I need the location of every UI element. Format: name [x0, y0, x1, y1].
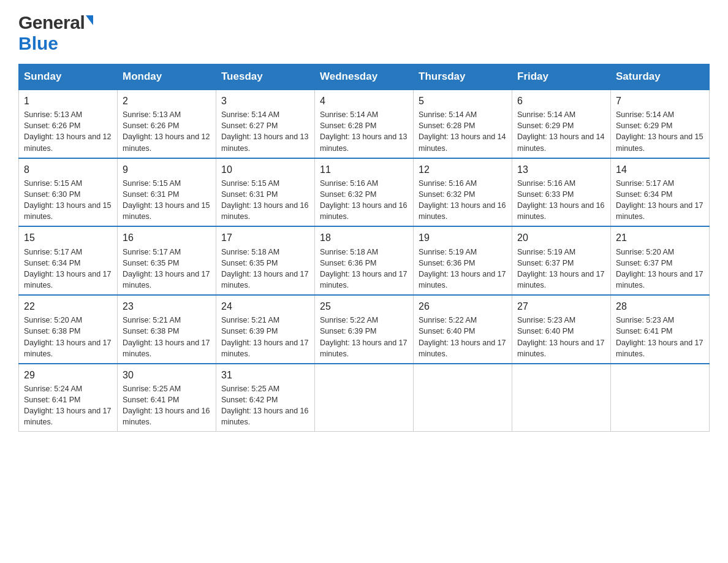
calendar-day: 21Sunrise: 5:20 AMSunset: 6:37 PMDayligh…: [611, 226, 710, 295]
calendar-day: 14Sunrise: 5:17 AMSunset: 6:34 PMDayligh…: [611, 158, 710, 227]
logo-blue-text: Blue: [18, 33, 58, 54]
calendar-day: 27Sunrise: 5:23 AMSunset: 6:40 PMDayligh…: [512, 295, 611, 364]
day-info: Sunrise: 5:13 AMSunset: 6:26 PMDaylight:…: [24, 110, 111, 152]
calendar-week-2: 8Sunrise: 5:15 AMSunset: 6:30 PMDaylight…: [19, 158, 710, 227]
calendar-day: 11Sunrise: 5:16 AMSunset: 6:32 PMDayligh…: [315, 158, 414, 227]
calendar-day: 31Sunrise: 5:25 AMSunset: 6:42 PMDayligh…: [216, 364, 315, 432]
day-info: Sunrise: 5:24 AMSunset: 6:41 PMDaylight:…: [24, 385, 111, 426]
calendar-day: 6Sunrise: 5:14 AMSunset: 6:29 PMDaylight…: [512, 90, 611, 158]
calendar-week-3: 15Sunrise: 5:17 AMSunset: 6:34 PMDayligh…: [19, 226, 710, 295]
day-info: Sunrise: 5:13 AMSunset: 6:26 PMDaylight:…: [123, 110, 210, 152]
day-number: 18: [320, 231, 408, 245]
day-info: Sunrise: 5:15 AMSunset: 6:31 PMDaylight:…: [221, 179, 308, 221]
day-info: Sunrise: 5:17 AMSunset: 6:34 PMDaylight:…: [24, 248, 111, 289]
calendar-week-5: 29Sunrise: 5:24 AMSunset: 6:41 PMDayligh…: [19, 364, 710, 432]
calendar-day: 16Sunrise: 5:17 AMSunset: 6:35 PMDayligh…: [118, 226, 216, 295]
day-number: 27: [517, 299, 605, 313]
day-number: 19: [419, 231, 507, 245]
day-info: Sunrise: 5:18 AMSunset: 6:36 PMDaylight:…: [320, 248, 407, 289]
calendar-day: 28Sunrise: 5:23 AMSunset: 6:41 PMDayligh…: [611, 295, 710, 364]
day-number: 3: [221, 94, 309, 108]
day-info: Sunrise: 5:14 AMSunset: 6:28 PMDaylight:…: [419, 110, 506, 152]
day-number: 31: [221, 368, 309, 382]
day-number: 17: [221, 231, 309, 245]
calendar-header-tuesday: Tuesday: [216, 64, 315, 90]
calendar-header-thursday: Thursday: [414, 64, 512, 90]
day-info: Sunrise: 5:22 AMSunset: 6:39 PMDaylight:…: [320, 316, 407, 358]
calendar-day: 24Sunrise: 5:21 AMSunset: 6:39 PMDayligh…: [216, 295, 315, 364]
day-number: 14: [616, 163, 704, 177]
day-number: 1: [24, 94, 112, 108]
day-info: Sunrise: 5:22 AMSunset: 6:40 PMDaylight:…: [419, 316, 506, 358]
calendar-day: 17Sunrise: 5:18 AMSunset: 6:35 PMDayligh…: [216, 226, 315, 295]
day-number: 25: [320, 299, 408, 313]
calendar-header-wednesday: Wednesday: [315, 64, 414, 90]
day-info: Sunrise: 5:25 AMSunset: 6:41 PMDaylight:…: [123, 385, 210, 426]
day-number: 16: [123, 231, 211, 245]
logo-general-text: General: [18, 12, 85, 33]
day-number: 15: [24, 231, 112, 245]
calendar-day: 2Sunrise: 5:13 AMSunset: 6:26 PMDaylight…: [118, 90, 216, 158]
day-number: 6: [517, 94, 605, 108]
calendar-day: 19Sunrise: 5:19 AMSunset: 6:36 PMDayligh…: [414, 226, 512, 295]
day-number: 10: [221, 163, 309, 177]
day-info: Sunrise: 5:25 AMSunset: 6:42 PMDaylight:…: [221, 385, 308, 426]
day-number: 4: [320, 94, 408, 108]
calendar-table: SundayMondayTuesdayWednesdayThursdayFrid…: [18, 64, 710, 432]
calendar-day: 18Sunrise: 5:18 AMSunset: 6:36 PMDayligh…: [315, 226, 414, 295]
day-number: 11: [320, 163, 408, 177]
day-number: 20: [517, 231, 605, 245]
calendar-week-4: 22Sunrise: 5:20 AMSunset: 6:38 PMDayligh…: [19, 295, 710, 364]
day-info: Sunrise: 5:15 AMSunset: 6:31 PMDaylight:…: [123, 179, 210, 221]
day-info: Sunrise: 5:20 AMSunset: 6:37 PMDaylight:…: [616, 248, 703, 289]
day-info: Sunrise: 5:15 AMSunset: 6:30 PMDaylight:…: [24, 179, 111, 221]
logo-arrow-icon: [86, 15, 93, 25]
calendar-day: 26Sunrise: 5:22 AMSunset: 6:40 PMDayligh…: [414, 295, 512, 364]
calendar-day: [512, 364, 611, 432]
day-info: Sunrise: 5:21 AMSunset: 6:39 PMDaylight:…: [221, 316, 308, 358]
day-info: Sunrise: 5:16 AMSunset: 6:33 PMDaylight:…: [517, 179, 604, 221]
day-info: Sunrise: 5:21 AMSunset: 6:38 PMDaylight:…: [123, 316, 210, 358]
day-info: Sunrise: 5:20 AMSunset: 6:38 PMDaylight:…: [24, 316, 111, 358]
calendar-week-1: 1Sunrise: 5:13 AMSunset: 6:26 PMDaylight…: [19, 90, 710, 158]
calendar-day: 25Sunrise: 5:22 AMSunset: 6:39 PMDayligh…: [315, 295, 414, 364]
day-number: 9: [123, 163, 211, 177]
day-info: Sunrise: 5:23 AMSunset: 6:40 PMDaylight:…: [517, 316, 604, 358]
day-number: 29: [24, 368, 112, 382]
calendar-day: 23Sunrise: 5:21 AMSunset: 6:38 PMDayligh…: [118, 295, 216, 364]
calendar-day: 13Sunrise: 5:16 AMSunset: 6:33 PMDayligh…: [512, 158, 611, 227]
calendar-day: 20Sunrise: 5:19 AMSunset: 6:37 PMDayligh…: [512, 226, 611, 295]
calendar-day: [611, 364, 710, 432]
calendar-day: 29Sunrise: 5:24 AMSunset: 6:41 PMDayligh…: [19, 364, 118, 432]
calendar-header-monday: Monday: [118, 64, 216, 90]
calendar-day: 1Sunrise: 5:13 AMSunset: 6:26 PMDaylight…: [19, 90, 118, 158]
calendar-header-friday: Friday: [512, 64, 611, 90]
day-number: 22: [24, 299, 112, 313]
day-number: 2: [123, 94, 211, 108]
calendar-day: 7Sunrise: 5:14 AMSunset: 6:29 PMDaylight…: [611, 90, 710, 158]
calendar-day: 15Sunrise: 5:17 AMSunset: 6:34 PMDayligh…: [19, 226, 118, 295]
calendar-day: 4Sunrise: 5:14 AMSunset: 6:28 PMDaylight…: [315, 90, 414, 158]
day-number: 28: [616, 299, 704, 313]
day-number: 23: [123, 299, 211, 313]
calendar-day: 8Sunrise: 5:15 AMSunset: 6:30 PMDaylight…: [19, 158, 118, 227]
day-info: Sunrise: 5:19 AMSunset: 6:36 PMDaylight:…: [419, 248, 506, 289]
day-info: Sunrise: 5:23 AMSunset: 6:41 PMDaylight:…: [616, 316, 703, 358]
calendar-day: 12Sunrise: 5:16 AMSunset: 6:32 PMDayligh…: [414, 158, 512, 227]
day-number: 5: [419, 94, 507, 108]
day-info: Sunrise: 5:16 AMSunset: 6:32 PMDaylight:…: [419, 179, 506, 221]
day-info: Sunrise: 5:17 AMSunset: 6:35 PMDaylight:…: [123, 248, 210, 289]
calendar-day: 22Sunrise: 5:20 AMSunset: 6:38 PMDayligh…: [19, 295, 118, 364]
day-number: 21: [616, 231, 704, 245]
day-info: Sunrise: 5:19 AMSunset: 6:37 PMDaylight:…: [517, 248, 604, 289]
day-number: 7: [616, 94, 704, 108]
day-number: 30: [123, 368, 211, 382]
logo: General Blue: [18, 12, 93, 54]
calendar-day: 3Sunrise: 5:14 AMSunset: 6:27 PMDaylight…: [216, 90, 315, 158]
calendar-header-row: SundayMondayTuesdayWednesdayThursdayFrid…: [19, 64, 710, 90]
day-info: Sunrise: 5:16 AMSunset: 6:32 PMDaylight:…: [320, 179, 407, 221]
calendar-day: [315, 364, 414, 432]
day-info: Sunrise: 5:18 AMSunset: 6:35 PMDaylight:…: [221, 248, 308, 289]
day-number: 12: [419, 163, 507, 177]
calendar-day: 5Sunrise: 5:14 AMSunset: 6:28 PMDaylight…: [414, 90, 512, 158]
